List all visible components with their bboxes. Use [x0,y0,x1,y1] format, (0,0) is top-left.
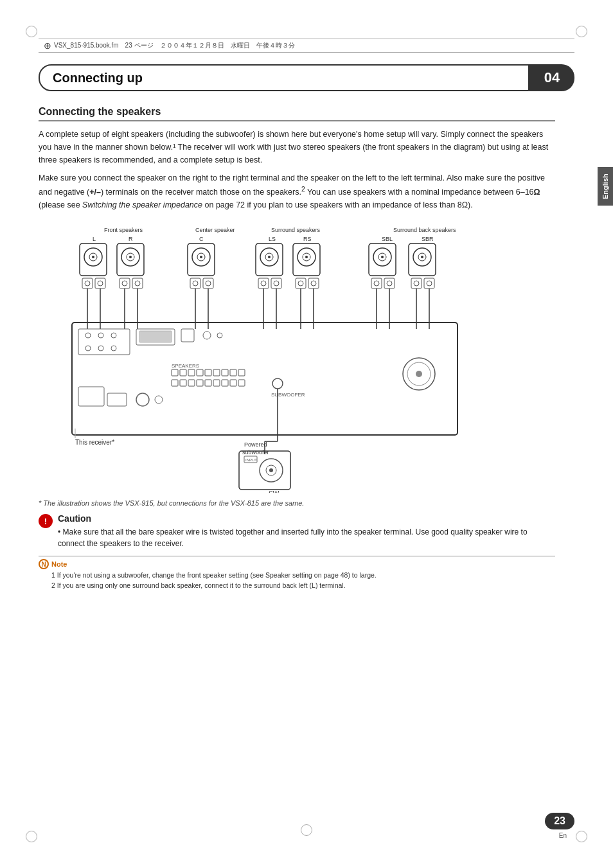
svg-text:Surround speakers: Surround speakers [271,227,321,233]
corner-mark-tr [576,26,587,37]
svg-rect-107 [197,380,203,386]
chapter-header: Connecting up 04 [39,64,574,91]
chapter-title-box: Connecting up [39,64,529,91]
svg-rect-60 [384,278,395,288]
svg-rect-52 [271,278,281,288]
svg-text:L: L [93,236,96,242]
svg-rect-47 [190,278,200,288]
svg-rect-82 [78,329,130,355]
note-header: N Note [39,559,555,569]
svg-point-86 [85,346,91,351]
svg-point-61 [374,281,379,286]
chapter-number: 04 [544,69,560,86]
svg-text:SUBWOOFER: SUBWOOFER [271,392,305,398]
sidebar-english-label: English [598,167,613,206]
svg-point-118 [155,396,163,403]
svg-rect-95 [172,369,178,376]
svg-point-121 [416,371,422,377]
note-text: 1 If you're not using a subwoofer, chang… [39,571,555,591]
caution-title: Caution [58,513,555,524]
note-line-2: 2 If you are using only one surround bac… [51,581,555,591]
svg-point-87 [98,346,103,351]
speaker-diagram-svg: Front speakers Center speaker Surround s… [39,223,555,493]
section-heading: Connecting the speakers [39,106,555,121]
diagram-caption: * The illustration shows the VSX-915, bu… [39,499,555,507]
note-icon: N [39,559,49,569]
svg-point-85 [111,333,116,338]
svg-point-42 [98,281,103,286]
svg-rect-116 [107,393,127,406]
svg-point-54 [274,281,279,286]
note-label: Note [51,560,67,568]
svg-text:Front speakers: Front speakers [104,227,143,233]
svg-text:Powered: Powered [244,441,267,448]
top-strip: ⊕ VSX_815-915.book.fm 23 ページ ２００４年１２月８日 … [39,39,574,53]
chapter-number-box: 04 [529,64,574,91]
note-line-1: 1 If you're not using a subwoofer, chang… [51,571,555,581]
svg-rect-104 [172,380,178,386]
svg-rect-96 [180,369,186,376]
svg-point-46 [135,281,140,286]
caution-icon: ! [39,514,53,528]
corner-mark-bl [26,831,37,842]
svg-rect-51 [258,278,269,288]
svg-rect-100 [213,369,220,376]
svg-rect-112 [238,380,245,386]
svg-point-84 [98,333,103,338]
svg-text:SPEAKERS: SPEAKERS [172,363,199,369]
svg-point-50 [206,281,211,286]
svg-rect-97 [188,369,195,376]
svg-point-41 [85,281,90,286]
main-content: Connecting the speakers A complete setup… [39,106,555,804]
svg-rect-64 [424,278,434,288]
note-box: N Note 1 If you're not using a subwoofer… [39,556,555,591]
svg-text:Surround back speakers: Surround back speakers [393,227,456,233]
svg-rect-40 [95,278,105,288]
svg-point-30 [305,256,308,258]
svg-rect-115 [78,387,104,406]
svg-text:LS: LS [269,236,276,242]
svg-rect-108 [205,380,211,386]
speaker-diagram: Front speakers Center speaker Surround s… [39,223,555,493]
svg-rect-101 [222,369,228,376]
svg-text:RS: RS [303,236,312,242]
body-paragraph-2: Make sure you connect the speaker on the… [39,172,555,211]
svg-point-57 [298,281,303,286]
svg-rect-56 [308,278,319,288]
chapter-title: Connecting up [53,71,143,85]
svg-point-134 [269,468,273,472]
svg-rect-91 [181,329,194,342]
svg-point-92 [203,332,211,339]
caution-content: Caution • Make sure that all the bare sp… [58,513,555,549]
svg-point-58 [311,281,316,286]
svg-text:SW: SW [269,490,280,493]
corner-mark-br [576,831,587,842]
svg-text:This receiver*: This receiver* [75,439,114,446]
svg-text:C: C [199,236,204,242]
svg-point-62 [387,281,392,286]
svg-point-65 [414,281,419,286]
svg-point-93 [217,333,222,338]
svg-text:INPUT: INPUT [245,458,257,462]
svg-rect-110 [222,380,228,386]
svg-point-14 [92,256,94,258]
svg-point-34 [381,256,384,258]
svg-rect-102 [230,369,236,376]
corner-mark-tl [26,26,37,37]
svg-text:R: R [129,236,133,242]
svg-point-18 [129,256,132,258]
svg-point-88 [111,346,116,351]
body-paragraph-1: A complete setup of eight speakers (incl… [39,128,555,166]
svg-point-66 [427,281,432,286]
svg-rect-98 [197,369,203,376]
svg-point-22 [200,256,202,258]
svg-point-49 [193,281,198,286]
svg-rect-43 [120,278,130,288]
svg-point-117 [136,393,149,406]
svg-text:SBR: SBR [422,236,434,242]
svg-point-53 [261,281,266,286]
svg-rect-103 [238,369,245,376]
svg-rect-106 [188,380,195,386]
top-strip-crosshair: ⊕ [44,40,51,51]
caution-box: ! Caution • Make sure that all the bare … [39,513,555,549]
